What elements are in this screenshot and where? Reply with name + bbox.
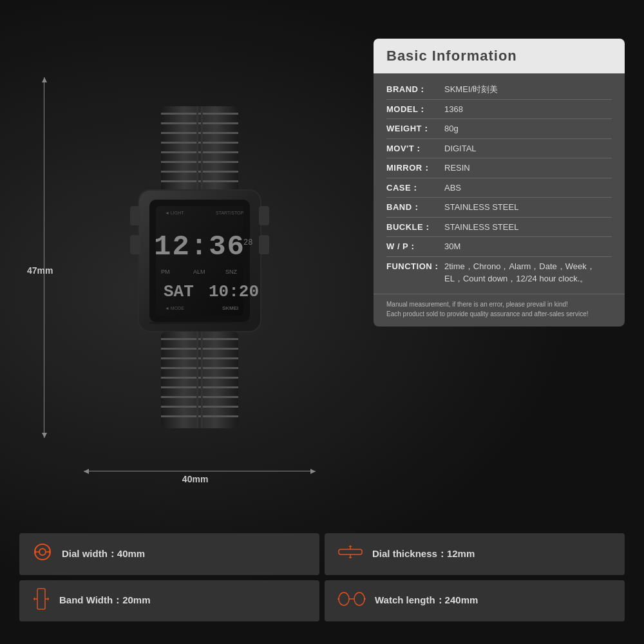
case-row: CASE： ABS	[386, 178, 612, 198]
band-width-text: Band Width：20mm	[59, 594, 151, 607]
svg-text:PM: PM	[161, 269, 170, 275]
svg-rect-3	[161, 132, 238, 134]
function-inner: FUNCTION： 2time，Chrono，Alarm，Date，Week，E…	[386, 260, 612, 285]
svg-text:START/STOP: START/STOP	[216, 211, 244, 215]
mirror-val: RESIN	[444, 162, 612, 175]
svg-rect-1	[161, 113, 238, 115]
svg-rect-13	[130, 206, 140, 225]
svg-rect-34	[161, 357, 238, 359]
svg-point-44	[39, 549, 46, 555]
svg-marker-52	[348, 545, 352, 547]
svg-point-60	[354, 592, 365, 605]
svg-text:28: 28	[243, 238, 252, 247]
svg-rect-14	[130, 235, 140, 254]
note-line1: Manual measurement, if there is an error…	[386, 299, 612, 309]
svg-marker-58	[48, 597, 49, 601]
svg-text:SKMEI: SKMEI	[222, 305, 238, 311]
case-val: ABS	[444, 182, 612, 194]
movt-key: MOV'T：	[386, 142, 444, 155]
height-label: 47mm	[27, 265, 53, 276]
dial-thickness-icon	[337, 544, 363, 564]
movt-row: MOV'T： DIGITAL	[386, 139, 612, 159]
svg-text:12:36: 12:36	[154, 231, 245, 263]
svg-text:ALM: ALM	[193, 269, 205, 275]
buckle-row: BUCKLE： STAINLESS STEEL	[386, 218, 612, 238]
svg-text:SNZ: SNZ	[225, 269, 238, 275]
buckle-key: BUCKLE：	[386, 221, 444, 234]
svg-text:10:20: 10:20	[209, 282, 259, 301]
svg-rect-54	[37, 589, 45, 609]
spec-band-width: Band Width：20mm	[19, 580, 319, 622]
horizontal-arrow	[84, 471, 316, 471]
svg-rect-39	[161, 406, 238, 408]
svg-rect-40	[161, 415, 238, 417]
wp-val: 30M	[444, 240, 612, 253]
band-val: STAINLESS STEEL	[444, 201, 612, 214]
svg-rect-7	[161, 171, 238, 173]
svg-rect-33	[161, 348, 238, 350]
spec-dial-width: Dial width：40mm	[19, 533, 319, 575]
model-key: MODEL：	[386, 103, 444, 116]
band-width-icon	[32, 587, 50, 614]
weight-val: 80g	[444, 122, 612, 135]
model-val: 1368	[444, 103, 612, 116]
svg-point-59	[339, 592, 349, 605]
band-key: BAND：	[386, 201, 444, 214]
svg-rect-11	[201, 106, 203, 196]
svg-marker-57	[33, 597, 35, 601]
watch-length-text: Watch length：240mm	[375, 594, 478, 607]
note-line2: Each product sold to provide quality ass…	[386, 309, 612, 319]
top-section: 47mm 40mm	[13, 13, 631, 528]
svg-rect-15	[259, 206, 269, 225]
info-body: BRAND： SKMEI/时刻美 MODEL： 1368 WEIGHT： 80g…	[374, 73, 625, 294]
svg-rect-16	[259, 235, 269, 254]
mirror-row: MIRROR： RESIN	[386, 158, 612, 178]
svg-marker-53	[348, 557, 352, 558]
width-label: 40mm	[182, 474, 208, 484]
mirror-key: MIRROR：	[386, 162, 444, 175]
weight-key: WEIGHT：	[386, 122, 444, 135]
buckle-val: STAINLESS STEEL	[444, 221, 612, 234]
weight-row: WEIGHT： 80g	[386, 119, 612, 139]
dial-thickness-text: Dial thickness：12mm	[372, 548, 475, 560]
svg-rect-41	[196, 332, 198, 428]
watch-length-icon	[337, 590, 366, 612]
svg-rect-38	[161, 396, 238, 398]
info-note: Manual measurement, if there is an error…	[374, 294, 625, 327]
brand-val: SKMEI/时刻美	[444, 83, 612, 96]
svg-rect-5	[161, 151, 238, 153]
spec-dial-thickness: Dial thickness：12mm	[325, 533, 625, 575]
svg-rect-2	[161, 122, 238, 124]
svg-rect-32	[161, 338, 238, 340]
svg-rect-31	[161, 332, 238, 428]
dial-width-icon	[32, 542, 53, 566]
svg-rect-4	[161, 142, 238, 144]
wp-key: W / P：	[386, 240, 444, 253]
svg-rect-37	[161, 386, 238, 388]
svg-rect-6	[161, 161, 238, 163]
wp-row: W / P： 30M	[386, 237, 612, 257]
svg-rect-8	[161, 180, 238, 182]
svg-text:SAT: SAT	[164, 282, 194, 301]
svg-text:◄ MODE: ◄ MODE	[165, 306, 184, 310]
spec-watch-length: Watch length：240mm	[325, 580, 625, 622]
vertical-arrow	[44, 77, 44, 438]
band-row: BAND： STAINLESS STEEL	[386, 198, 612, 218]
function-val: 2time，Chrono，Alarm，Date，Week，EL，Count do…	[444, 260, 612, 285]
svg-rect-30	[149, 322, 250, 324]
model-row: MODEL： 1368	[386, 100, 612, 120]
svg-rect-49	[339, 549, 362, 554]
main-container: 47mm 40mm	[0, 0, 644, 644]
dial-width-text: Dial width：40mm	[62, 548, 145, 560]
svg-rect-36	[161, 377, 238, 379]
info-header: Basic Information	[374, 39, 625, 73]
movt-val: DIGITAL	[444, 142, 612, 155]
watch-image: ◄ LIGHT START/STOP 12:36 28 PM ALM SNZ S…	[103, 106, 296, 428]
info-title: Basic Information	[386, 48, 517, 64]
info-panel: Basic Information BRAND： SKMEI/时刻美 MODEL…	[374, 39, 625, 327]
brand-row: BRAND： SKMEI/时刻美	[386, 80, 612, 100]
svg-rect-10	[196, 106, 198, 196]
case-key: CASE：	[386, 182, 444, 194]
function-row: FUNCTION： 2time，Chrono，Alarm，Date，Week，E…	[386, 257, 612, 289]
svg-rect-35	[161, 367, 238, 369]
